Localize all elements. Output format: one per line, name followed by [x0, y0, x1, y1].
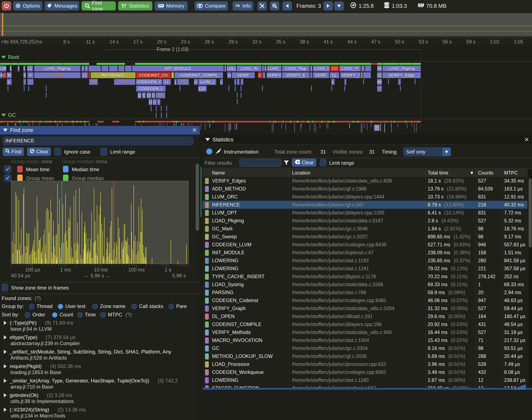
frame-next-button[interactable] — [323, 1, 333, 11]
limit-range-checkbox[interactable] — [101, 148, 107, 156]
help-hint[interactable]: (?) — [35, 295, 41, 301]
radio-user-text[interactable] — [58, 304, 63, 309]
timeline-zone[interactable]: LOAD_Pkgimg — [382, 65, 421, 72]
gc-zone-tick[interactable] — [282, 123, 282, 128]
timeline-zone[interactable]: l — [157, 99, 160, 105]
frame-overview-band[interactable] — [0, 13, 532, 36]
timeline-zone[interactable]: 75 — [177, 79, 189, 85]
stats-table-row[interactable]: GC/home/kristofferc/julia/src/gc.c:33549… — [202, 344, 527, 352]
gc-zone-tick[interactable] — [320, 123, 320, 128]
find-button[interactable]: Find — [2, 147, 24, 156]
expand-arrow-icon[interactable] — [4, 321, 7, 325]
timeline-zone[interactable]: LOL(I — [227, 65, 236, 72]
timeline-zone[interactable]: l — [262, 65, 264, 72]
timeline-zone[interactable] — [125, 65, 132, 72]
timeline-zone[interactable]: CO — [330, 65, 339, 72]
close-icon[interactable]: ✕ — [192, 127, 197, 134]
timeline-zone[interactable]: LIN L — [0, 65, 6, 72]
timeline-zone[interactable] — [263, 72, 265, 78]
stats-table-row[interactable]: CODEINST_COMPILE/home/kristofferc/julia/… — [202, 320, 527, 328]
gc-zone-tick[interactable] — [231, 123, 231, 130]
frame-dropdown-button[interactable] — [334, 1, 344, 11]
timeline-zone[interactable]: l — [310, 65, 313, 72]
timeline-zone[interactable] — [344, 79, 346, 85]
found-zone-item[interactable]: _similar_for(Array, Type, Generator, Has… — [0, 378, 197, 390]
gc-zone-tick[interactable] — [367, 123, 367, 130]
timeline-zone[interactable] — [310, 72, 313, 78]
timeline-zone[interactable] — [118, 65, 125, 72]
gc-zone-tick[interactable] — [235, 123, 235, 130]
found-zone-item[interactable]: getindex(Ok)(2) 3.26 msutils.jl:39 in Im… — [0, 392, 197, 405]
timeline-zone[interactable]: VERIF — [232, 72, 255, 78]
timeline-zone[interactable]: L — [7, 79, 12, 85]
timeline-zone[interactable]: l — [361, 65, 364, 72]
gc-zone-tick[interactable] — [229, 123, 230, 132]
timeline-zone[interactable]: L — [220, 79, 223, 85]
column-header-name[interactable]: Name — [212, 169, 225, 177]
timeline-zone[interactable]: C( — [147, 92, 151, 98]
gc-zone-tick[interactable] — [407, 123, 407, 129]
column-divider[interactable] — [476, 169, 476, 388]
stats-table-row[interactable]: TYPE_CACHE_INSERT/home/kristofferc/julia… — [202, 272, 527, 281]
gc-zone-tick[interactable] — [371, 123, 371, 127]
options-button[interactable]: Options — [13, 1, 42, 11]
frame-bar[interactable] — [0, 63, 89, 65]
power-button[interactable] — [2, 1, 11, 11]
stats-table-row[interactable]: CODEGEN_Workqueue/home/kristofferc/julia… — [202, 368, 527, 376]
zoom-button[interactable] — [270, 1, 280, 11]
statistics-button[interactable]: Statistics — [118, 1, 152, 11]
gc-zone-tick[interactable] — [209, 123, 210, 128]
stats-table-row[interactable]: PARSING/home/kristofferc/julia/src/ast.c… — [202, 288, 527, 296]
radio-count[interactable] — [52, 312, 58, 318]
timeline-zone[interactable]: LI — [162, 79, 171, 85]
gc-zone-tick[interactable] — [414, 123, 415, 132]
timeline-zone[interactable]: C — [258, 72, 262, 78]
found-zone-item[interactable]: require(PkgId)(4) 502.36 msloading.jl:16… — [0, 363, 197, 376]
close-icon[interactable]: ✕ — [524, 136, 529, 143]
timeline-zone[interactable]: L — [331, 79, 335, 85]
found-zone-item[interactable]: _artifact_str(Module, String, SubString,… — [0, 349, 197, 361]
timeline-zone[interactable] — [234, 79, 236, 85]
compare-button[interactable]: Compare — [194, 1, 228, 11]
stats-table-row[interactable]: GC_Mark/home/kristofferc/julia/src/gc.c:… — [202, 225, 527, 233]
timeline-ruler[interactable]: +9s 934,729,252ns 8 s11 s14 s17 s20 s23 … — [0, 36, 532, 46]
found-zone-item[interactable]: (::#23#24)(String)(2) 13.36 msutils.jl:1… — [0, 406, 197, 419]
timeline-zone[interactable] — [241, 79, 243, 85]
expand-arrow-icon[interactable] — [4, 335, 7, 339]
statistics-titlebar[interactable]: Statistics ✕ — [202, 135, 532, 144]
timeline-zone[interactable]: LOAD_I — [313, 65, 330, 72]
timeline-zone[interactable]: I — [171, 72, 174, 78]
stats-table-row[interactable]: LOAD_Sysimg/home/kristofferc/julia/src/s… — [202, 281, 527, 288]
found-zone-item[interactable]: eltype(Type)(7) 378.54 μsabstractarray.j… — [0, 334, 197, 347]
sort-direction-icon[interactable]: ▼ — [469, 169, 474, 177]
timeline-zone[interactable]: LLVM_( — [198, 79, 216, 85]
timeline-zone[interactable]: VERIFY_Edge — [382, 72, 421, 78]
timeline-zone[interactable]: 48 — [156, 92, 165, 98]
column-header-mtpc[interactable]: MTPC — [504, 169, 518, 177]
timeline-zone[interactable] — [361, 72, 362, 78]
timeline-zone[interactable]: LI — [149, 99, 152, 105]
timeline-zone[interactable] — [224, 65, 226, 72]
stats-table-row[interactable]: LOAD_Pkgimg/home/kristofferc/julia/src/s… — [202, 217, 527, 225]
find-zone-scrollbar[interactable] — [196, 164, 199, 231]
timeline-zone[interactable]: INIT_MODULE — [132, 65, 224, 72]
resize-grip[interactable] — [511, 384, 526, 390]
legend-checkbox[interactable]: ✔ — [4, 174, 11, 182]
legend-color-swatch[interactable] — [63, 166, 68, 172]
timeline-zone[interactable]: V — [23, 72, 26, 78]
gc-zone-tick[interactable] — [205, 123, 205, 130]
stats-table-row[interactable]: GC_Sweep/home/kristofferc/julia/src/gc.c… — [202, 233, 527, 241]
timeline-zone[interactable] — [365, 65, 371, 72]
stats-table-row[interactable]: METHOD_LOOKUP_SLOW/home/kristofferc/juli… — [202, 352, 527, 360]
timeline-zone[interactable] — [237, 79, 239, 85]
stats-table-row[interactable]: MACRO_INVOCATION/home/kristofferc/julia/… — [202, 336, 527, 344]
timeline-zone[interactable]: LO — [377, 72, 382, 78]
histogram-range-label[interactable]: ← 5.96 s → — [84, 273, 111, 279]
stats-table-row[interactable]: LOWERING/home/kristofferc/julia/src/ast.… — [202, 256, 527, 265]
timeline-zone[interactable]: LOAD_PI — [339, 65, 361, 72]
column-header-location[interactable]: Location — [292, 169, 310, 177]
timeline-zone[interactable]: CODEINST_COMPIL — [174, 72, 223, 78]
timeline-zone[interactable]: VERIFY_I — [340, 72, 361, 78]
stats-table-row[interactable]: VERIFY_Edges/home/kristofferc/julia/src/… — [202, 177, 527, 185]
stats-table-header[interactable]: NameLocationTotal timeCountsMTPC▼ — [202, 169, 527, 177]
